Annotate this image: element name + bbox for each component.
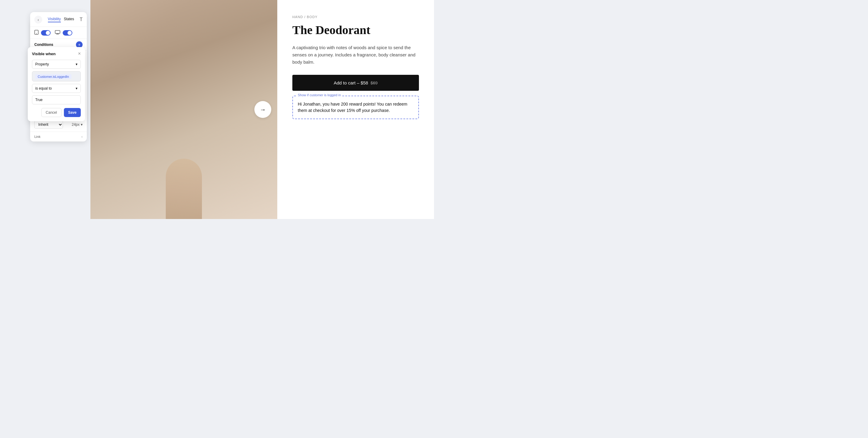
next-arrow-button[interactable]: →	[254, 101, 271, 118]
add-to-cart-label: Add to cart – $58	[334, 80, 368, 85]
operator-chevron-icon: ▾	[76, 86, 78, 90]
save-button[interactable]: Save	[64, 108, 81, 117]
tab-visibility[interactable]: Visibility	[48, 17, 61, 22]
svg-rect-2	[55, 30, 60, 33]
value-input[interactable]	[32, 95, 81, 105]
conditions-label: Conditions	[34, 42, 53, 47]
typography-icon: T	[80, 17, 83, 22]
panel-back-button[interactable]: ‹	[34, 16, 42, 24]
operator-label: is equal to	[35, 86, 52, 90]
original-price: $69	[370, 81, 377, 85]
logged-in-message: Hi Jonathan, you have 200 reward points!…	[298, 101, 413, 114]
arrow-right-icon: →	[260, 106, 266, 113]
property-select-label: Property	[35, 62, 49, 66]
desktop-toggle[interactable]	[63, 30, 72, 36]
customer-logged-in-tag: Customer.isLoggedIn	[35, 74, 71, 79]
visible-when-title: Visible when	[32, 52, 56, 56]
cancel-button[interactable]: Cancel	[41, 108, 61, 117]
inherit-select[interactable]: Inherit	[34, 121, 63, 128]
link-chevron-icon: ‹	[82, 135, 83, 139]
property-select[interactable]: Property ▾	[32, 60, 81, 69]
product-title: The Deodorant	[292, 24, 419, 37]
product-description: A captivating trio with notes of woods a…	[292, 44, 419, 66]
operator-select[interactable]: is equal to ▾	[32, 84, 81, 93]
mobile-device-icon	[34, 30, 38, 36]
mobile-toggle[interactable]	[41, 30, 51, 36]
desktop-device-icon	[55, 30, 60, 35]
link-label: Link	[34, 135, 40, 139]
px-value-display: 24px	[72, 122, 80, 127]
product-category: Hand / Body	[292, 15, 419, 19]
logged-in-label: Show if customer is logged in	[297, 93, 342, 97]
px-chevron-icon: ▾	[81, 122, 83, 127]
svg-point-1	[36, 33, 37, 34]
visible-when-close-button[interactable]: ×	[78, 51, 81, 56]
property-tag-container: Customer.isLoggedIn	[32, 71, 81, 82]
logged-in-box: Show if customer is logged in Hi Jonatha…	[292, 96, 419, 119]
property-chevron-icon: ▾	[76, 62, 78, 66]
tab-states[interactable]: States	[64, 17, 74, 22]
add-to-cart-button[interactable]: Add to cart – $58 $69	[292, 75, 419, 91]
